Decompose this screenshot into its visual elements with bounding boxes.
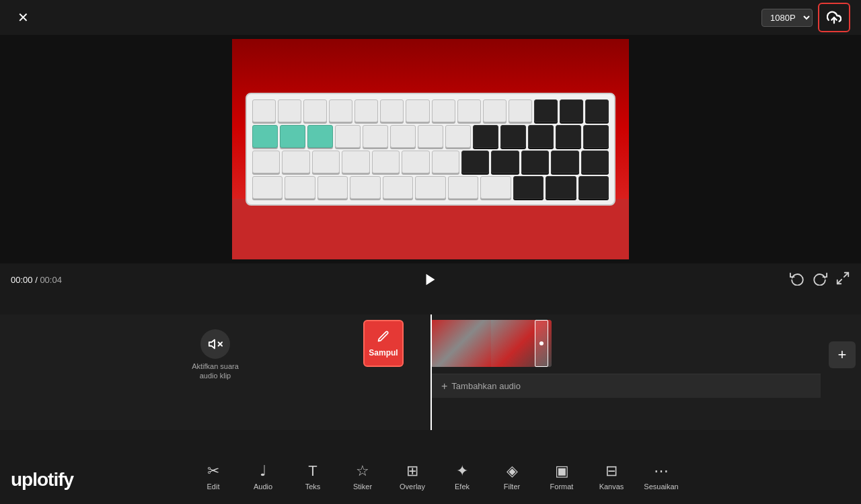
keyboard-body	[246, 93, 615, 206]
total-time: 00:04	[40, 275, 62, 285]
play-button[interactable]	[418, 267, 443, 292]
tool-icon-edit: ✂	[207, 462, 219, 480]
desk-surface	[232, 199, 629, 259]
tool-label-audio: Audio	[254, 482, 272, 491]
tool-item-kanvas[interactable]: ⊟Kanvas	[587, 453, 636, 500]
time-separator: /	[33, 275, 40, 285]
svg-marker-4	[209, 339, 215, 348]
tool-icon-filter: ◈	[507, 462, 518, 480]
tracks-playhead	[430, 314, 432, 430]
resolution-select[interactable]: 1080P 720P 4K	[761, 9, 813, 27]
add-audio-plus-icon: +	[441, 380, 447, 392]
playback-controls-right	[790, 271, 850, 289]
top-right-controls: 1080P 720P 4K	[761, 3, 850, 32]
tool-item-stiker[interactable]: ☆Stiker	[338, 453, 387, 500]
video-preview	[232, 39, 629, 259]
tool-icon-audio: ♩	[260, 462, 266, 480]
strip-time-dot	[539, 341, 544, 345]
top-bar: ✕ 1080P 720P 4K	[0, 0, 861, 35]
tool-item-overlay[interactable]: ⊞Overlay	[387, 453, 437, 500]
tool-icon-teks: T	[308, 462, 317, 480]
redo-button[interactable]	[813, 271, 827, 289]
video-strip[interactable]	[430, 320, 552, 367]
tool-label-filter: Filter	[504, 482, 520, 491]
tool-icon-efek: ✦	[456, 462, 468, 480]
tool-label-edit: Edit	[207, 482, 220, 491]
svg-line-3	[837, 279, 841, 283]
export-button[interactable]	[818, 3, 850, 32]
close-button[interactable]: ✕	[11, 5, 35, 30]
video-container	[0, 35, 861, 263]
app-logo: uplotify	[11, 469, 73, 491]
tool-item-edit[interactable]: ✂Edit	[188, 453, 238, 500]
tool-icon-overlay: ⊞	[406, 462, 418, 480]
tool-label-kanvas: Kanvas	[599, 482, 624, 491]
tool-item-efek[interactable]: ✦Efek	[437, 453, 487, 500]
tool-icon-kanvas: ⊟	[605, 462, 617, 480]
undo-button[interactable]	[790, 271, 804, 289]
bottom-toolbar: uplotify ✂Edit♩AudioTTeks☆Stiker⊞Overlay…	[0, 449, 861, 504]
tool-item-format[interactable]: ▣Format	[537, 453, 587, 500]
sample-clip[interactable]: Sampul	[363, 320, 404, 367]
svg-line-2	[844, 272, 848, 276]
tool-label-stiker: Stiker	[353, 482, 372, 491]
sample-clip-label: Sampul	[369, 348, 398, 358]
tracks-container: Aktifkan suara audio klip Sampul Akhiran…	[0, 314, 861, 430]
strip-time-marker	[535, 320, 548, 367]
tool-label-format: Format	[550, 482, 574, 491]
tool-label-efek: Efek	[455, 482, 470, 491]
tool-icon-sesuaikan: ⋯	[654, 462, 669, 480]
playback-bar: 00:00 / 00:04	[0, 263, 861, 296]
fullscreen-button[interactable]	[835, 271, 850, 289]
tool-label-overlay: Overlay	[400, 482, 425, 491]
add-audio-button[interactable]: + Tambahkan audio	[441, 380, 521, 392]
sample-clip-icon	[377, 330, 390, 347]
add-audio-bar: + Tambahkan audio	[430, 374, 821, 398]
tool-item-audio[interactable]: ♩Audio	[238, 453, 288, 500]
tool-item-teks[interactable]: TTeks	[288, 453, 338, 500]
time-display: 00:00 / 00:04	[11, 275, 78, 285]
add-track-button[interactable]: +	[829, 341, 856, 368]
audio-control-card: Aktifkan suara audio klip	[188, 329, 242, 381]
video-strip-thumbnail-1	[430, 320, 491, 367]
tool-label-teks: Teks	[305, 482, 321, 491]
svg-marker-1	[426, 274, 435, 286]
current-time: 00:00	[11, 275, 33, 285]
mute-button[interactable]	[200, 329, 230, 359]
audio-control-label: Aktifkan suara audio klip	[188, 362, 242, 381]
tool-icon-format: ▣	[555, 462, 569, 480]
add-audio-label: Tambahkan audio	[451, 381, 521, 391]
tool-item-filter[interactable]: ◈Filter	[487, 453, 537, 500]
tool-label-sesuaikan: Sesuaikan	[644, 482, 678, 491]
tool-icon-stiker: ☆	[356, 462, 369, 480]
toolbar-items: ✂Edit♩AudioTTeks☆Stiker⊞Overlay✦Efek◈Fil…	[188, 453, 686, 500]
tool-item-sesuaikan[interactable]: ⋯Sesuaikan	[636, 453, 686, 500]
